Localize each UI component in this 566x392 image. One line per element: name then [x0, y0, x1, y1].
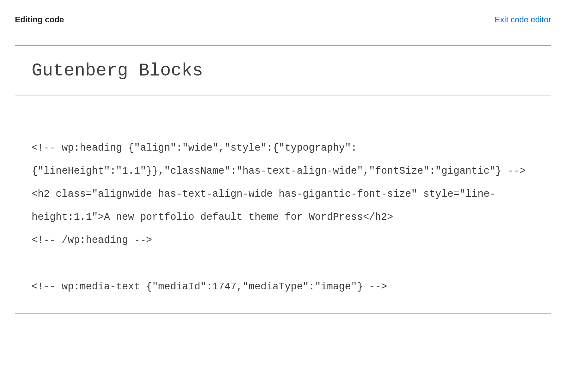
post-title-container: Gutenberg Blocks — [15, 45, 551, 96]
editor-header: Editing code Exit code editor — [15, 15, 551, 25]
exit-code-editor-link[interactable]: Exit code editor — [495, 15, 551, 25]
editor-mode-label: Editing code — [15, 15, 64, 25]
code-editor-container: <!-- wp:heading {"align":"wide","style":… — [15, 114, 551, 314]
code-editor-textarea[interactable]: <!-- wp:heading {"align":"wide","style":… — [32, 136, 534, 298]
post-title-input[interactable]: Gutenberg Blocks — [32, 61, 534, 81]
